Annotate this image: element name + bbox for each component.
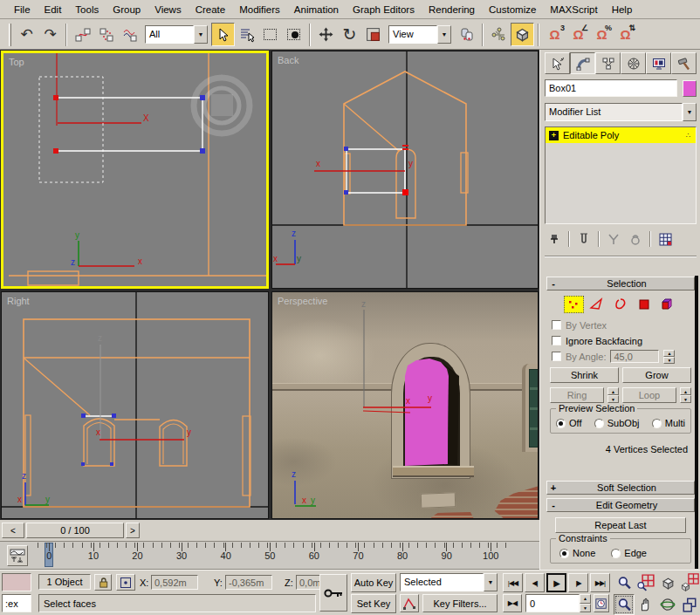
play-button[interactable]: ▶ [546, 573, 566, 592]
bind-to-space-warp-button[interactable] [118, 23, 141, 46]
zoom-all-button[interactable] [635, 572, 656, 593]
spinner-up-icon[interactable]: ▲ [663, 350, 675, 357]
vertex[interactable] [200, 148, 205, 154]
tab-modify[interactable] [570, 52, 595, 74]
viewport-back[interactable]: x y z x y Back [271, 51, 539, 289]
show-end-result-button[interactable] [574, 230, 594, 248]
border-mode-button[interactable] [611, 296, 631, 313]
select-and-rotate-button[interactable]: ↻ [338, 23, 361, 46]
tab-create[interactable] [545, 52, 570, 74]
zoom-extents-button[interactable] [657, 572, 678, 593]
previous-frame-button[interactable]: ◀| [525, 573, 545, 592]
menu-item[interactable]: Views [148, 2, 188, 17]
modifier-stack[interactable]: + Editable Poly ∴ [545, 126, 697, 224]
menu-item[interactable]: Create [189, 2, 233, 17]
selection-filter-dropdown[interactable]: All ▼ [145, 25, 208, 44]
region-zoom-button[interactable] [614, 594, 635, 615]
preview-multi-radio[interactable]: Multi [652, 418, 685, 428]
reference-coordinate-dropdown[interactable]: View ▼ [388, 25, 451, 44]
x-coord-field[interactable] [151, 575, 198, 590]
shrink-button[interactable]: Shrink [550, 367, 619, 383]
default-tangent-button[interactable] [400, 594, 419, 612]
panel-scrollbar[interactable] [695, 276, 698, 569]
time-slider[interactable]: 0 / 100 [26, 523, 124, 538]
percent-snap-button[interactable]: Ω% [590, 23, 614, 46]
expand-icon[interactable]: + [549, 131, 559, 140]
set-keys-button[interactable] [319, 574, 347, 612]
vertex-selected[interactable] [53, 95, 58, 100]
maxscript-mini-listener[interactable]: :ex [2, 594, 31, 612]
auto-key-button[interactable]: Auto Key [351, 573, 396, 592]
ring-spinner[interactable]: ▲▼ [607, 387, 619, 403]
edit-geometry-rollout-header[interactable]: - Edit Geometry [546, 498, 695, 512]
menu-item[interactable]: Tools [68, 2, 106, 17]
undo-button[interactable]: ↶ [15, 23, 38, 46]
previous-frame-arrow[interactable]: < [2, 523, 24, 538]
absolute-offset-toggle[interactable] [116, 574, 135, 591]
vertex[interactable] [112, 413, 116, 418]
tab-hierarchy[interactable] [595, 52, 621, 74]
by-vertex-checkbox[interactable] [552, 320, 561, 330]
viewport-label[interactable]: Perspective [278, 296, 327, 306]
constraint-edge-radio[interactable]: Edge [611, 548, 647, 558]
mini-curve-editor-button[interactable] [7, 545, 28, 566]
y-coord-field[interactable] [225, 575, 272, 590]
menu-item[interactable]: Group [106, 2, 148, 17]
toolbar-drag-handle[interactable] [9, 24, 11, 46]
dropdown-arrow-icon[interactable]: ▼ [683, 103, 697, 121]
selection-lock-toggle[interactable] [94, 574, 112, 591]
menu-item[interactable]: Graph Editors [346, 2, 422, 17]
grow-button[interactable]: Grow [622, 367, 691, 383]
viewport-label[interactable]: Top [9, 57, 24, 67]
menu-item[interactable]: MAXScript [543, 2, 604, 17]
loop-spinner[interactable]: ▲▼ [680, 387, 691, 403]
select-by-name-button[interactable] [235, 23, 258, 46]
select-and-scale-button[interactable] [361, 23, 385, 46]
dropdown-arrow-icon[interactable]: ▼ [194, 25, 208, 44]
stack-item-editable-poly[interactable]: + Editable Poly ∴ [546, 127, 696, 143]
maximize-viewport-toggle[interactable] [679, 594, 700, 615]
spinner-down-icon[interactable]: ▼ [663, 357, 675, 364]
repeat-last-button[interactable]: Repeat Last [555, 517, 686, 533]
viewport-top[interactable]: X y z x Top [1, 51, 269, 289]
loop-button[interactable]: Loop [622, 387, 676, 403]
by-angle-checkbox[interactable] [552, 352, 561, 361]
edge-mode-button[interactable] [587, 296, 607, 313]
vertex[interactable] [200, 95, 205, 100]
select-and-manipulate-button[interactable] [487, 23, 511, 46]
time-configuration-button[interactable] [594, 594, 609, 612]
use-pivot-point-center-button[interactable] [455, 23, 478, 46]
ring-button[interactable]: Ring [550, 387, 604, 403]
constraint-none-radio[interactable]: None [559, 548, 595, 558]
key-filters-button[interactable]: Key Filters... [422, 594, 498, 612]
vertex-selected[interactable] [402, 189, 408, 195]
current-frame-field[interactable] [525, 594, 580, 612]
rectangular-selection-region-button[interactable] [258, 23, 282, 46]
track-bar[interactable]: 0102030405060708090100 [0, 541, 539, 570]
viewport-right[interactable]: z x y z x y Right [1, 291, 269, 519]
vertex[interactable] [344, 147, 348, 151]
menu-item[interactable]: Animation [287, 2, 346, 17]
menu-item[interactable]: Help [605, 2, 640, 17]
selection-rollout-header[interactable]: - Selection [546, 277, 695, 290]
pan-button[interactable] [635, 594, 656, 615]
zoom-button[interactable] [614, 572, 635, 593]
vertex[interactable] [344, 190, 348, 195]
timeline-ruler[interactable]: 0102030405060708090100 [35, 542, 539, 569]
pin-stack-button[interactable] [545, 230, 564, 248]
tab-motion[interactable] [621, 52, 646, 74]
go-to-end-button[interactable]: ▶▶| [590, 573, 610, 592]
menu-item[interactable]: Customize [482, 2, 543, 17]
angle-snap-button[interactable]: Ω∠ [566, 23, 590, 46]
zoom-extents-all-button[interactable] [679, 572, 700, 593]
snap-3-button[interactable]: Ω3 [543, 23, 566, 46]
unlink-selection-button[interactable] [94, 23, 118, 46]
ignore-backfacing-checkbox[interactable] [552, 336, 561, 345]
next-frame-arrow[interactable]: > [126, 523, 140, 538]
arc-rotate-button[interactable] [657, 594, 678, 615]
next-frame-button[interactable]: |▶ [568, 573, 588, 592]
redo-button[interactable]: ↷ [38, 23, 62, 46]
tab-display[interactable] [646, 52, 671, 74]
vertex[interactable] [81, 413, 86, 418]
make-unique-button[interactable] [604, 230, 623, 248]
